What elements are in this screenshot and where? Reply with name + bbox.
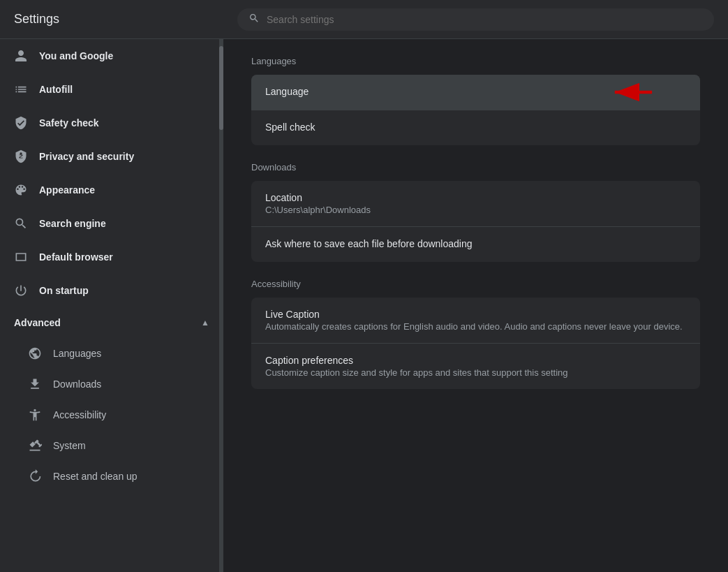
sidebar-item-reset-clean[interactable]: Reset and clean up — [0, 461, 223, 492]
languages-card: Language Spell check — [251, 75, 700, 145]
sidebar-sub-item-label: Languages — [53, 348, 101, 359]
spell-check-row[interactable]: Spell check — [251, 110, 700, 145]
sidebar-item-languages[interactable]: Languages — [0, 338, 223, 369]
search-bar[interactable] — [237, 8, 714, 31]
sidebar-sub-item-label: Accessibility — [53, 409, 106, 420]
sidebar-item-accessibility[interactable]: Accessibility — [0, 399, 223, 430]
header: Settings — [0, 0, 728, 39]
live-caption-subtitle: Automatically creates captions for Engli… — [265, 321, 686, 332]
languages-section-title: Languages — [251, 56, 700, 66]
sidebar-item-label: Search engine — [39, 218, 106, 229]
sidebar-item-on-startup[interactable]: On startup — [0, 274, 223, 307]
accessibility-card: Live Caption Automatically creates capti… — [251, 298, 700, 389]
sidebar-item-label: You and Google — [39, 50, 113, 61]
shield-check-icon — [14, 116, 28, 130]
browser-icon — [14, 250, 28, 264]
list-icon — [14, 82, 28, 96]
accessibility-icon — [28, 408, 42, 422]
sidebar-item-downloads[interactable]: Downloads — [0, 369, 223, 399]
sidebar-item-safety-check[interactable]: Safety check — [0, 106, 223, 140]
red-arrow-icon — [602, 78, 658, 106]
live-caption-row[interactable]: Live Caption Automatically creates capti… — [251, 298, 700, 344]
sidebar-sub-item-label: Reset and clean up — [53, 471, 138, 482]
advanced-section-header[interactable]: Advanced ▲ — [0, 307, 223, 338]
scrollbar-thumb[interactable] — [219, 46, 223, 130]
body: You and Google Autofill Safety check Pri… — [0, 39, 728, 572]
wrench-icon — [28, 439, 42, 453]
main-content: Languages Language Spel — [223, 39, 728, 572]
shield-lock-icon — [14, 149, 28, 163]
downloads-card: Location C:\Users\alphr\Downloads Ask wh… — [251, 181, 700, 262]
sidebar-sub-item-label: System — [53, 440, 86, 451]
sidebar-item-you-and-google[interactable]: You and Google — [0, 39, 223, 73]
search-input[interactable] — [267, 14, 703, 25]
globe-icon — [28, 346, 42, 360]
location-row-subtitle: C:\Users\alphr\Downloads — [265, 205, 686, 215]
accessibility-section-title: Accessibility — [251, 279, 700, 289]
scrollbar-track[interactable] — [219, 39, 223, 572]
sidebar-sub-item-label: Downloads — [53, 379, 101, 390]
palette-icon — [14, 183, 28, 197]
arrow-annotation — [602, 78, 658, 106]
caption-prefs-subtitle: Customize caption size and style for app… — [265, 367, 686, 378]
caption-prefs-title: Caption preferences — [265, 355, 686, 366]
sidebar-item-system[interactable]: System — [0, 430, 223, 461]
sidebar-item-default-browser[interactable]: Default browser — [0, 240, 223, 274]
caption-prefs-row[interactable]: Caption preferences Customize caption si… — [251, 344, 700, 389]
sidebar-item-label: On startup — [39, 285, 89, 296]
sidebar-item-label: Autofill — [39, 84, 73, 95]
language-row[interactable]: Language — [251, 75, 700, 110]
sidebar-item-label: Appearance — [39, 184, 95, 196]
reset-icon — [28, 469, 42, 483]
search-icon — [14, 217, 28, 230]
chevron-up-icon: ▲ — [201, 318, 209, 328]
ask-save-row[interactable]: Ask where to save each file before downl… — [251, 227, 700, 262]
sidebar-item-autofill[interactable]: Autofill — [0, 73, 223, 106]
sidebar-item-label: Privacy and security — [39, 151, 134, 162]
sidebar: You and Google Autofill Safety check Pri… — [0, 39, 223, 572]
spell-check-row-title: Spell check — [265, 122, 686, 133]
sidebar-item-appearance[interactable]: Appearance — [0, 173, 223, 207]
sidebar-item-label: Default browser — [39, 251, 113, 263]
person-icon — [14, 49, 28, 63]
downloads-section-title: Downloads — [251, 162, 700, 173]
location-row-title: Location — [265, 192, 686, 203]
ask-save-row-title: Ask where to save each file before downl… — [265, 238, 686, 249]
settings-title: Settings — [14, 12, 237, 27]
download-icon — [28, 377, 42, 391]
sidebar-item-privacy-security[interactable]: Privacy and security — [0, 140, 223, 173]
search-icon — [248, 13, 260, 27]
location-row[interactable]: Location C:\Users\alphr\Downloads — [251, 181, 700, 227]
sidebar-item-label: Safety check — [39, 117, 99, 129]
power-icon — [14, 284, 28, 298]
sidebar-item-search-engine[interactable]: Search engine — [0, 207, 223, 240]
advanced-label: Advanced — [14, 317, 61, 328]
live-caption-title: Live Caption — [265, 309, 686, 320]
